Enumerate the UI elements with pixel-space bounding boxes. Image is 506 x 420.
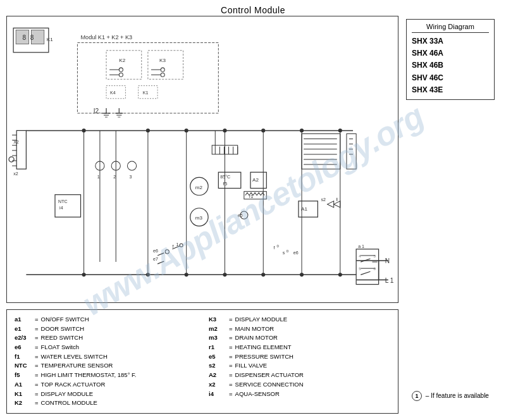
legend-item-k1: K1 = DISPLAY MODULE xyxy=(15,390,196,399)
svg-point-96 xyxy=(300,128,304,132)
legend-item-e5: e5 = PRESSURE SWITCH xyxy=(209,352,390,362)
svg-text:I2.: I2. xyxy=(94,108,101,114)
legend-item-i4: i4 = AQUA-SENSOR xyxy=(209,390,390,399)
legend-item-f5: f5 = HIGH LIMIT THERMOSTAT, 185° F. xyxy=(15,371,196,380)
svg-text:K4: K4 xyxy=(110,90,116,96)
svg-text:1: 1 xyxy=(97,175,100,180)
svg-text:Modul K1 + K2 + K3: Modul K1 + K2 + K3 xyxy=(81,34,133,40)
legend-left-column: a1 = ON/OFF SWITCH e1 = DOOR SWITCH e2/3… xyxy=(15,315,196,408)
legend-item-s2: s2 = FILL VALVE xyxy=(209,361,390,371)
legend-item-e23: e2/3 = REED SWITCH xyxy=(15,333,196,343)
svg-text:8 8: 8 8 xyxy=(22,34,34,41)
svg-text:0: 0 xyxy=(277,244,280,248)
legend-item-a1-rack: A1 = TOP RACK ACTUATOR xyxy=(15,380,196,390)
svg-text:A2: A2 xyxy=(252,177,259,183)
svg-point-104 xyxy=(338,273,342,276)
svg-text:K1: K1 xyxy=(143,90,149,96)
svg-point-92 xyxy=(146,128,150,132)
svg-text:3: 3 xyxy=(130,175,132,180)
legend-item-a1: a1 = ON/OFF SWITCH xyxy=(15,315,196,324)
wiring-diagram-box: Wiring Diagram SHX 33A SHX 46A SHX 46B S… xyxy=(406,19,495,100)
wiring-diagram-models: SHX 33A SHX 46A SHX 46B SHV 46C SHX 43E xyxy=(412,35,489,96)
svg-point-100 xyxy=(185,273,188,276)
legend-box: a1 = ON/OFF SWITCH e1 = DOOR SWITCH e2/3… xyxy=(6,309,398,414)
legend-item-e6: e6 = FLOAT Switch xyxy=(15,343,196,352)
feature-note: 1 – If feature is available xyxy=(406,391,495,401)
legend-item-k2: K2 = CONTROL MODULE xyxy=(15,398,196,408)
legend-right-column: K3 = DISPLAY MODULE m2 = MAIN MOTOR m3 =… xyxy=(209,315,390,408)
svg-point-98 xyxy=(82,273,86,276)
wiring-diagram-title: Wiring Diagram xyxy=(412,23,489,33)
svg-text:2: 2 xyxy=(113,175,116,180)
svg-point-103 xyxy=(300,273,304,276)
svg-text:A1: A1 xyxy=(301,206,307,212)
svg-text:e6: e6 xyxy=(293,250,299,256)
svg-text:m3: m3 xyxy=(195,215,203,221)
svg-text:m2: m2 xyxy=(195,185,203,190)
svg-text:e7: e7 xyxy=(153,257,158,262)
svg-text:s2: s2 xyxy=(321,197,326,202)
svg-point-102 xyxy=(261,273,265,276)
svg-text:a 1: a 1 xyxy=(358,244,364,249)
legend-item-ntc: NTC = TEMPERATURE SENSOR xyxy=(15,361,196,371)
svg-text:NTC: NTC xyxy=(58,199,68,204)
svg-text:x2: x2 xyxy=(13,171,18,176)
svg-text:f: f xyxy=(273,245,275,250)
svg-point-101 xyxy=(223,273,226,276)
svg-text:K1: K1 xyxy=(47,37,53,42)
legend-item-m3: m3 = DRAIN MOTOR xyxy=(209,333,390,343)
legend-item-f1: f1 = WATER LEVEL SWITCH xyxy=(15,352,196,362)
svg-text:s: s xyxy=(283,250,285,256)
legend-columns: a1 = ON/OFF SWITCH e1 = DOOR SWITCH e2/3… xyxy=(15,315,390,408)
svg-text:e6: e6 xyxy=(153,249,158,254)
page-title: Control Module xyxy=(0,0,506,15)
feature-note-text: – If feature is available xyxy=(426,392,489,399)
svg-point-95 xyxy=(261,128,265,132)
wiring-diagram-svg: 8 8 K1 Modul K1 + K2 + K3 K2 K4 K3 xyxy=(7,16,398,302)
svg-text:K2: K2 xyxy=(119,58,125,63)
svg-rect-0 xyxy=(7,18,398,300)
svg-point-93 xyxy=(185,128,188,132)
main-container: www.Appliancetology.org Control Module W… xyxy=(0,0,506,420)
legend-item-k3: K3 = DISPLAY MODULE xyxy=(209,315,390,324)
svg-point-99 xyxy=(146,273,150,276)
diagram-area: 8 8 K1 Modul K1 + K2 + K3 K2 K4 K3 xyxy=(6,16,398,303)
feature-circle: 1 xyxy=(412,391,422,401)
legend-item-e1: e1 = DOOR SWITCH xyxy=(15,324,196,334)
svg-text:85°C: 85°C xyxy=(220,175,230,180)
svg-text:K3: K3 xyxy=(159,58,166,63)
svg-point-97 xyxy=(338,128,342,132)
legend-item-x2: x2 = SERVICE CONNECTION xyxy=(209,380,390,390)
svg-text:f5: f5 xyxy=(223,181,227,187)
legend-item-m2: m2 = MAIN MOTOR xyxy=(209,324,390,334)
legend-item-a2: A2 = DISPENSER ACTUATOR xyxy=(209,371,390,380)
svg-point-94 xyxy=(223,128,226,132)
legend-item-r1: r1 = HEATING ELEMENT xyxy=(209,343,390,352)
svg-text:i4: i4 xyxy=(59,206,63,211)
svg-point-91 xyxy=(82,128,86,132)
